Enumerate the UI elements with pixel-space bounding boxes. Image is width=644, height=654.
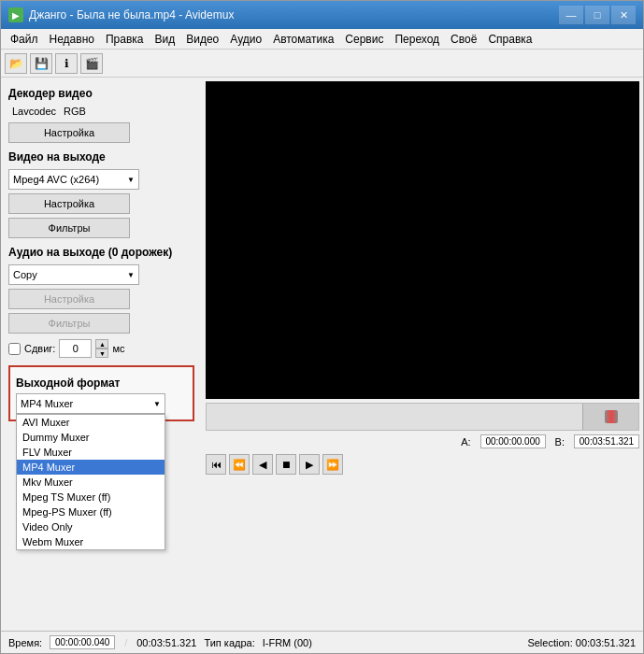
format-option-mpeg-ps[interactable]: Mpeg-PS Muxer (ff)	[17, 505, 165, 519]
title-bar-left: ▶ Джанго - Была не была.mp4 - Avidemux	[8, 7, 234, 22]
audio-output-select-container: Copy ▼	[8, 264, 139, 285]
stop-button[interactable]: ⏹	[276, 454, 296, 475]
save-button[interactable]: 💾	[30, 53, 52, 74]
play-button[interactable]: ▶	[299, 454, 320, 475]
shift-unit: мс	[112, 343, 124, 354]
menu-goto[interactable]: Переход	[389, 31, 445, 47]
right-panel: A: 00:00:00.000 B: 00:03:51.321 ⏮ ⏪ ◀ ⏹ …	[202, 78, 643, 631]
menu-video[interactable]: Видео	[180, 31, 224, 47]
shift-label: Сдвиг:	[24, 343, 55, 354]
total-time-value: 00:03:51.321	[136, 637, 196, 648]
video-preview	[206, 81, 639, 399]
skip-start-button[interactable]: ⏮	[206, 454, 226, 475]
close-button[interactable]: ✕	[611, 6, 636, 24]
codec-format: RGB	[64, 106, 86, 117]
menu-service[interactable]: Сервис	[339, 31, 389, 47]
audio-settings-button[interactable]: Настройка	[8, 289, 130, 309]
video-output-label: Видео на выходе	[8, 150, 194, 164]
app-icon: ▶	[8, 7, 23, 22]
decoder-settings-button[interactable]: Настройка	[8, 122, 130, 143]
output-format-label: Выходной формат	[16, 377, 187, 390]
menu-custom[interactable]: Своё	[445, 31, 482, 47]
output-format-section: Выходной формат MP4 Muxer ▼ AVI Muxer Du…	[8, 365, 194, 421]
menu-file[interactable]: Файл	[5, 31, 44, 47]
video-output-select[interactable]: Mpeg4 AVC (x264) ▼	[8, 169, 139, 190]
current-time-value: 00:00:00.040	[50, 635, 115, 649]
video-output-value: Mpeg4 AVC (x264)	[13, 174, 99, 185]
left-panel: Декодер видео Lavcodec RGB Настройка Вид…	[1, 78, 202, 631]
video-output-arrow: ▼	[127, 176, 135, 184]
video-output-select-container: Mpeg4 AVC (x264) ▼	[8, 169, 139, 190]
menu-help[interactable]: Справка	[482, 31, 537, 47]
audio-output-select[interactable]: Copy ▼	[8, 264, 139, 285]
menu-audio[interactable]: Аудио	[224, 31, 267, 47]
title-bar: ▶ Джанго - Была не была.mp4 - Avidemux —…	[1, 1, 643, 29]
open-button[interactable]: 📂	[5, 53, 27, 74]
format-option-mpeg-ts[interactable]: Mpeg TS Muxer (ff)	[17, 490, 165, 505]
audio-output-label: Аудио на выходе (0 дорожек)	[8, 246, 194, 259]
output-format-arrow: ▼	[153, 400, 161, 408]
menu-recent[interactable]: Недавно	[44, 31, 100, 47]
rewind-button[interactable]: ⏪	[229, 454, 250, 475]
status-bar: Время: 00:00:00.040 / 00:03:51.321 Тип к…	[1, 631, 643, 653]
format-option-avi[interactable]: AVI Muxer	[17, 415, 165, 430]
output-format-value: MP4 Muxer	[21, 398, 73, 409]
time-divider: /	[124, 637, 127, 648]
time-fields-row: A: 00:00:00.000 B: 00:03:51.321	[206, 434, 639, 448]
window-title: Джанго - Была не была.mp4 - Avidemux	[29, 8, 234, 21]
frame-type-label: Тип кадра:	[204, 637, 254, 648]
video-decoder-label: Декодер видео	[8, 87, 194, 100]
output-format-dropdown[interactable]: MP4 Muxer ▼	[16, 393, 165, 414]
format-option-mkv[interactable]: Mkv Muxer	[17, 475, 165, 490]
step-back-button[interactable]: ◀	[252, 454, 273, 475]
maximize-button[interactable]: □	[585, 6, 609, 24]
selection-value: Selection: 00:03:51.321	[527, 637, 636, 648]
time-label: Время:	[8, 637, 42, 648]
b-label: B:	[555, 436, 565, 448]
format-option-video-only[interactable]: Video Only	[17, 519, 165, 534]
timeline-marker-area	[582, 404, 638, 430]
info-button[interactable]: ℹ	[55, 53, 78, 74]
shift-row: Сдвиг: 0 ▲ ▼ мс	[8, 339, 194, 358]
fast-forward-button[interactable]: ⏩	[322, 454, 343, 475]
audio-output-arrow: ▼	[127, 271, 135, 279]
video-filters-button[interactable]: Фильтры	[8, 218, 130, 238]
film-button[interactable]: 🎬	[80, 53, 103, 74]
audio-filters-button[interactable]: Фильтры	[8, 313, 130, 334]
shift-spinners: ▲ ▼	[95, 339, 108, 358]
timeline[interactable]	[206, 403, 639, 431]
output-format-dropdown-container: MP4 Muxer ▼ AVI Muxer Dummy Muxer FLV Mu…	[16, 393, 165, 414]
format-option-mp4[interactable]: MP4 Muxer	[17, 460, 165, 475]
minimize-button[interactable]: —	[559, 6, 583, 24]
content-area: Декодер видео Lavcodec RGB Настройка Вид…	[1, 78, 643, 631]
a-label: A:	[461, 436, 470, 448]
main-window: ▶ Джанго - Была не была.mp4 - Avidemux —…	[0, 0, 644, 654]
decoder-info: Lavcodec RGB	[8, 106, 194, 117]
menu-bar: Файл Недавно Правка Вид Видео Аудио Авто…	[1, 29, 643, 50]
menu-edit[interactable]: Правка	[100, 31, 150, 47]
output-format-list: AVI Muxer Dummy Muxer FLV Muxer MP4 Muxe…	[16, 414, 165, 550]
video-settings-button[interactable]: Настройка	[8, 193, 130, 214]
shift-up-button[interactable]: ▲	[95, 339, 108, 348]
format-option-flv[interactable]: FLV Muxer	[17, 445, 165, 460]
playback-controls: ⏮ ⏪ ◀ ⏹ ▶ ⏩	[206, 452, 639, 476]
frame-type-value: I-FRM (00)	[263, 637, 312, 648]
audio-output-value: Copy	[13, 269, 37, 280]
timeline-position-marker	[605, 410, 618, 423]
b-time-value: 00:03:51.321	[574, 434, 639, 448]
codec-name: Lavcodec	[12, 106, 56, 117]
shift-down-button[interactable]: ▼	[95, 348, 108, 358]
menu-auto[interactable]: Автоматика	[267, 31, 339, 47]
a-time-value: 00:00:00.000	[480, 434, 546, 448]
shift-checkbox[interactable]	[8, 343, 21, 355]
title-controls: — □ ✕	[559, 6, 636, 24]
shift-input[interactable]: 0	[59, 339, 92, 358]
format-option-dummy[interactable]: Dummy Muxer	[17, 430, 165, 445]
format-option-webm[interactable]: Webm Muxer	[17, 534, 165, 549]
toolbar: 📂 💾 ℹ 🎬	[1, 50, 643, 78]
menu-view[interactable]: Вид	[150, 31, 181, 47]
